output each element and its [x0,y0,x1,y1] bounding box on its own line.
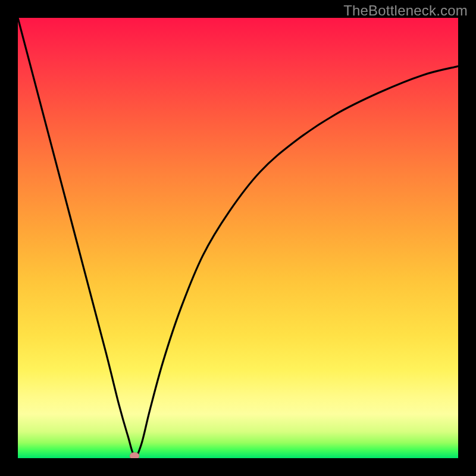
minimum-marker [130,452,139,458]
watermark-text: TheBottleneck.com [343,2,468,19]
plot-area [18,18,458,458]
curve-svg [18,18,458,458]
bottleneck-curve [18,18,458,456]
chart-frame: TheBottleneck.com [0,0,476,476]
